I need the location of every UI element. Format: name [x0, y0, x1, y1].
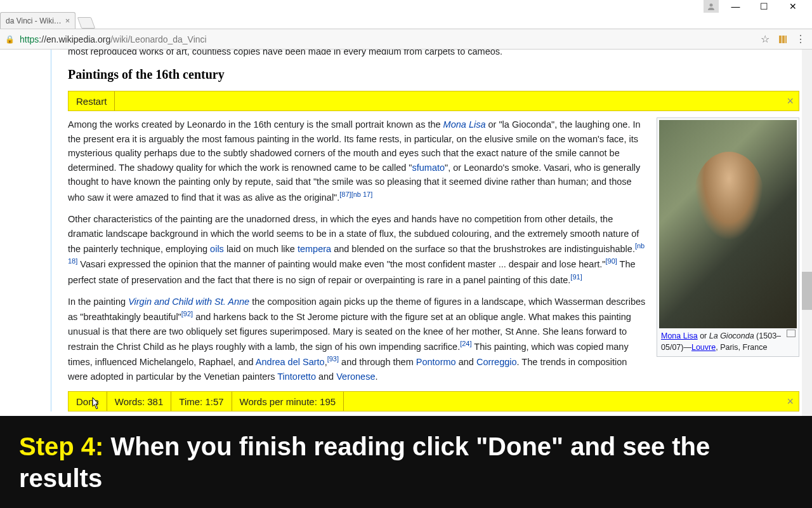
results-bar-close-icon[interactable]: ×: [787, 395, 794, 408]
caption-link-louvre[interactable]: Louvre: [691, 343, 716, 352]
truncated-paragraph: most reproduced works of art, countless …: [68, 50, 799, 58]
restart-bar-close-icon[interactable]: ×: [787, 95, 794, 108]
restart-bar: Restart ×: [68, 91, 799, 111]
ref-92[interactable]: [92]: [181, 310, 193, 318]
link-virgin-child[interactable]: Virgin and Child with St. Anne: [128, 297, 249, 307]
link-veronese[interactable]: Veronese: [336, 371, 375, 382]
link-tempera[interactable]: tempera: [298, 244, 331, 254]
ref-24[interactable]: [24]: [460, 340, 471, 347]
minimize-button[interactable]: —: [721, 0, 750, 13]
url-display[interactable]: https://en.wikipedia.org/wiki/Leonardo_d…: [20, 34, 754, 44]
results-bar: Done Words: 381 Time: 1:57 Words per min…: [68, 391, 799, 411]
chrome-menu-icon[interactable]: ⋮: [794, 33, 807, 46]
new-tab-button[interactable]: [77, 17, 96, 29]
time-stat: Time: 1:57: [171, 392, 232, 411]
mona-lisa-image[interactable]: [659, 120, 797, 328]
link-sfumato[interactable]: sfumato: [412, 163, 445, 173]
user-profile-icon[interactable]: [704, 0, 719, 13]
image-thumbnail: Mona Lisa or La Gioconda (1503–05/07)—Lo…: [657, 117, 799, 357]
caption-link-mona-lisa[interactable]: Mona Lisa: [661, 331, 698, 340]
instruction-step-label: Step 4:: [19, 432, 110, 460]
link-oils[interactable]: oils: [210, 244, 224, 254]
words-stat: Words: 381: [107, 392, 171, 411]
close-window-button[interactable]: ✕: [778, 0, 807, 13]
maximize-button[interactable]: ☐: [750, 0, 778, 13]
svg-rect-2: [782, 36, 785, 43]
browser-tab[interactable]: da Vinci - Wiki… ×: [0, 12, 75, 29]
svg-point-0: [710, 4, 713, 7]
mouse-cursor-icon: [89, 398, 100, 415]
section-heading: Paintings of the 16th century: [68, 67, 799, 82]
scrollbar-thumb[interactable]: [802, 272, 812, 310]
link-mona-lisa[interactable]: Mona Lisa: [443, 119, 486, 130]
instruction-overlay: Step 4: When you finish reading click "D…: [0, 416, 812, 508]
restart-button[interactable]: Restart: [69, 91, 115, 110]
svg-rect-1: [779, 36, 782, 43]
ref-93[interactable]: [93]: [327, 355, 339, 363]
svg-rect-3: [785, 36, 787, 43]
ref-90[interactable]: [90]: [605, 257, 617, 265]
link-correggio[interactable]: Correggio: [476, 357, 517, 367]
ref-87[interactable]: [87]: [339, 190, 351, 198]
browser-tabstrip: da Vinci - Wiki… ×: [0, 13, 812, 29]
ref-nb17[interactable]: [nb 17]: [351, 190, 373, 198]
bookmark-star-icon[interactable]: ☆: [759, 33, 771, 46]
address-bar: 🔒 https://en.wikipedia.org/wiki/Leonardo…: [0, 29, 812, 50]
link-andrea[interactable]: Andrea del Sarto: [256, 357, 325, 367]
instruction-body: When you finish reading click "Done" and…: [19, 432, 710, 492]
done-button[interactable]: Done: [69, 392, 107, 411]
lock-icon[interactable]: 🔒: [5, 35, 15, 44]
wpm-stat: Words per minute: 195: [232, 392, 344, 411]
enlarge-icon[interactable]: [787, 330, 796, 337]
tab-close-icon[interactable]: ×: [65, 16, 70, 25]
instruction-text: Step 4: When you finish reading click "D…: [19, 431, 793, 494]
tab-title: da Vinci - Wiki…: [6, 17, 62, 25]
extension-icon[interactable]: [776, 33, 789, 46]
link-tintoretto[interactable]: Tintoretto: [277, 371, 316, 382]
image-caption: Mona Lisa or La Gioconda (1503–05/07)—Lo…: [659, 328, 797, 354]
ref-91[interactable]: [91]: [570, 273, 582, 281]
window-titlebar: — ☐ ✕: [0, 0, 812, 13]
link-pontormo[interactable]: Pontormo: [416, 357, 456, 367]
article-content: most reproduced works of art, countless …: [51, 50, 799, 411]
